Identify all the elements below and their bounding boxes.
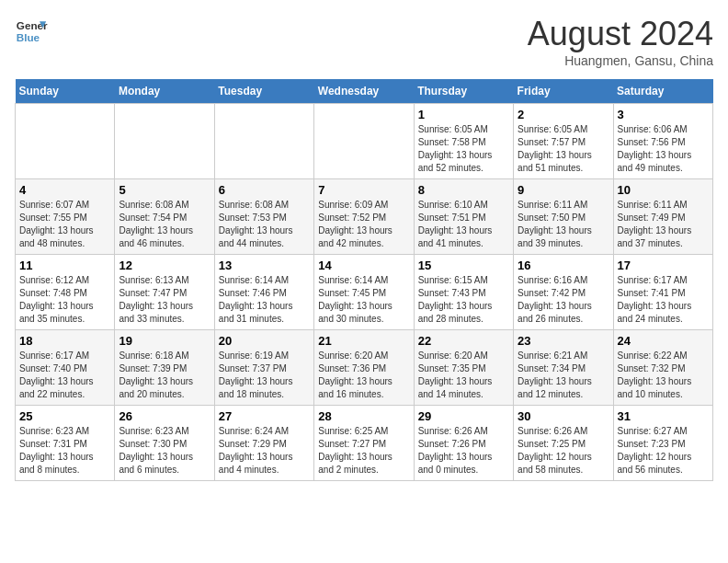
calendar-cell: 30Sunrise: 6:26 AM Sunset: 7:25 PM Dayli… (514, 406, 613, 481)
day-number: 8 (418, 183, 509, 197)
day-info: Sunrise: 6:09 AM Sunset: 7:52 PM Dayligh… (318, 199, 409, 250)
calendar-cell: 5Sunrise: 6:08 AM Sunset: 7:54 PM Daylig… (115, 179, 214, 255)
day-info: Sunrise: 6:17 AM Sunset: 7:40 PM Dayligh… (19, 350, 110, 401)
calendar-cell: 16Sunrise: 6:16 AM Sunset: 7:42 PM Dayli… (514, 255, 613, 330)
day-number: 31 (618, 409, 709, 423)
day-info: Sunrise: 6:20 AM Sunset: 7:36 PM Dayligh… (318, 350, 409, 401)
calendar-cell: 12Sunrise: 6:13 AM Sunset: 7:47 PM Dayli… (115, 255, 214, 330)
calendar-cell (214, 104, 313, 179)
day-number: 7 (318, 183, 409, 197)
day-info: Sunrise: 6:05 AM Sunset: 7:57 PM Dayligh… (518, 123, 609, 175)
calendar-week-4: 18Sunrise: 6:17 AM Sunset: 7:40 PM Dayli… (16, 330, 713, 406)
weekday-header-tuesday: Tuesday (214, 79, 313, 104)
weekday-header-wednesday: Wednesday (314, 79, 414, 104)
logo: General Blue (15, 15, 48, 48)
day-info: Sunrise: 6:07 AM Sunset: 7:55 PM Dayligh… (19, 199, 110, 250)
day-number: 3 (618, 108, 709, 121)
day-number: 29 (418, 409, 509, 423)
calendar-cell: 8Sunrise: 6:10 AM Sunset: 7:51 PM Daylig… (414, 179, 513, 255)
day-info: Sunrise: 6:05 AM Sunset: 7:58 PM Dayligh… (418, 123, 509, 175)
calendar-cell: 17Sunrise: 6:17 AM Sunset: 7:41 PM Dayli… (613, 255, 712, 330)
day-info: Sunrise: 6:18 AM Sunset: 7:39 PM Dayligh… (119, 350, 210, 401)
calendar-cell: 27Sunrise: 6:24 AM Sunset: 7:29 PM Dayli… (214, 406, 313, 481)
calendar-cell: 31Sunrise: 6:27 AM Sunset: 7:23 PM Dayli… (613, 406, 712, 481)
calendar-cell: 25Sunrise: 6:23 AM Sunset: 7:31 PM Dayli… (16, 406, 115, 481)
day-number: 27 (219, 409, 310, 423)
calendar-week-2: 4Sunrise: 6:07 AM Sunset: 7:55 PM Daylig… (16, 179, 713, 255)
day-number: 12 (119, 259, 210, 272)
day-number: 5 (119, 183, 210, 197)
day-info: Sunrise: 6:24 AM Sunset: 7:29 PM Dayligh… (219, 425, 310, 477)
day-info: Sunrise: 6:11 AM Sunset: 7:49 PM Dayligh… (618, 199, 709, 250)
day-number: 14 (318, 259, 409, 272)
day-info: Sunrise: 6:08 AM Sunset: 7:54 PM Dayligh… (119, 199, 210, 250)
day-number: 16 (518, 259, 609, 272)
day-number: 13 (219, 259, 310, 272)
calendar-week-3: 11Sunrise: 6:12 AM Sunset: 7:48 PM Dayli… (16, 255, 713, 330)
calendar-cell: 29Sunrise: 6:26 AM Sunset: 7:26 PM Dayli… (414, 406, 513, 481)
day-info: Sunrise: 6:13 AM Sunset: 7:47 PM Dayligh… (119, 274, 210, 326)
day-info: Sunrise: 6:21 AM Sunset: 7:34 PM Dayligh… (518, 350, 609, 401)
calendar-week-1: 1Sunrise: 6:05 AM Sunset: 7:58 PM Daylig… (16, 104, 713, 179)
location-subtitle: Huangmen, Gansu, China (528, 53, 713, 68)
day-info: Sunrise: 6:27 AM Sunset: 7:23 PM Dayligh… (618, 425, 709, 477)
title-block: August 2024 Huangmen, Gansu, China (528, 15, 713, 68)
day-number: 21 (318, 334, 409, 348)
calendar-body: 1Sunrise: 6:05 AM Sunset: 7:58 PM Daylig… (16, 104, 713, 481)
day-info: Sunrise: 6:14 AM Sunset: 7:46 PM Dayligh… (219, 274, 310, 326)
calendar-cell: 24Sunrise: 6:22 AM Sunset: 7:32 PM Dayli… (613, 330, 712, 406)
calendar-cell: 14Sunrise: 6:14 AM Sunset: 7:45 PM Dayli… (314, 255, 414, 330)
day-number: 26 (119, 409, 210, 423)
day-info: Sunrise: 6:12 AM Sunset: 7:48 PM Dayligh… (19, 274, 110, 326)
day-number: 25 (19, 409, 110, 423)
calendar-cell: 6Sunrise: 6:08 AM Sunset: 7:53 PM Daylig… (214, 179, 313, 255)
day-number: 20 (219, 334, 310, 348)
day-number: 9 (518, 183, 609, 197)
day-info: Sunrise: 6:25 AM Sunset: 7:27 PM Dayligh… (318, 425, 409, 477)
calendar-cell: 26Sunrise: 6:23 AM Sunset: 7:30 PM Dayli… (115, 406, 214, 481)
calendar-header-row: SundayMondayTuesdayWednesdayThursdayFrid… (16, 79, 713, 104)
calendar-cell: 20Sunrise: 6:19 AM Sunset: 7:37 PM Dayli… (214, 330, 313, 406)
calendar-cell (314, 104, 414, 179)
day-info: Sunrise: 6:17 AM Sunset: 7:41 PM Dayligh… (618, 274, 709, 326)
calendar-cell: 1Sunrise: 6:05 AM Sunset: 7:58 PM Daylig… (414, 104, 513, 179)
day-info: Sunrise: 6:10 AM Sunset: 7:51 PM Dayligh… (418, 199, 509, 250)
day-number: 28 (318, 409, 409, 423)
day-number: 11 (19, 259, 110, 272)
day-info: Sunrise: 6:26 AM Sunset: 7:26 PM Dayligh… (418, 425, 509, 477)
day-number: 4 (19, 183, 110, 197)
day-info: Sunrise: 6:23 AM Sunset: 7:31 PM Dayligh… (19, 425, 110, 477)
day-number: 10 (618, 183, 709, 197)
calendar-cell: 15Sunrise: 6:15 AM Sunset: 7:43 PM Dayli… (414, 255, 513, 330)
day-info: Sunrise: 6:26 AM Sunset: 7:25 PM Dayligh… (518, 425, 609, 477)
calendar-week-5: 25Sunrise: 6:23 AM Sunset: 7:31 PM Dayli… (16, 406, 713, 481)
day-number: 15 (418, 259, 509, 272)
calendar-cell: 19Sunrise: 6:18 AM Sunset: 7:39 PM Dayli… (115, 330, 214, 406)
calendar-cell: 4Sunrise: 6:07 AM Sunset: 7:55 PM Daylig… (16, 179, 115, 255)
day-info: Sunrise: 6:23 AM Sunset: 7:30 PM Dayligh… (119, 425, 210, 477)
calendar-cell: 7Sunrise: 6:09 AM Sunset: 7:52 PM Daylig… (314, 179, 414, 255)
day-info: Sunrise: 6:20 AM Sunset: 7:35 PM Dayligh… (418, 350, 509, 401)
day-number: 17 (618, 259, 709, 272)
calendar-cell: 28Sunrise: 6:25 AM Sunset: 7:27 PM Dayli… (314, 406, 414, 481)
day-number: 6 (219, 183, 310, 197)
calendar-cell (115, 104, 214, 179)
calendar-cell: 2Sunrise: 6:05 AM Sunset: 7:57 PM Daylig… (514, 104, 613, 179)
logo-icon: General Blue (15, 15, 48, 48)
calendar-cell: 9Sunrise: 6:11 AM Sunset: 7:50 PM Daylig… (514, 179, 613, 255)
day-info: Sunrise: 6:19 AM Sunset: 7:37 PM Dayligh… (219, 350, 310, 401)
calendar-cell (16, 104, 115, 179)
day-number: 24 (618, 334, 709, 348)
day-number: 19 (119, 334, 210, 348)
day-info: Sunrise: 6:11 AM Sunset: 7:50 PM Dayligh… (518, 199, 609, 250)
day-info: Sunrise: 6:15 AM Sunset: 7:43 PM Dayligh… (418, 274, 509, 326)
month-title: August 2024 (528, 15, 713, 53)
weekday-header-thursday: Thursday (414, 79, 513, 104)
day-info: Sunrise: 6:06 AM Sunset: 7:56 PM Dayligh… (618, 123, 709, 175)
day-info: Sunrise: 6:16 AM Sunset: 7:42 PM Dayligh… (518, 274, 609, 326)
day-info: Sunrise: 6:14 AM Sunset: 7:45 PM Dayligh… (318, 274, 409, 326)
day-info: Sunrise: 6:22 AM Sunset: 7:32 PM Dayligh… (618, 350, 709, 401)
weekday-header-saturday: Saturday (613, 79, 712, 104)
page-header: General Blue August 2024 Huangmen, Gansu… (15, 15, 713, 68)
weekday-header-sunday: Sunday (16, 79, 115, 104)
